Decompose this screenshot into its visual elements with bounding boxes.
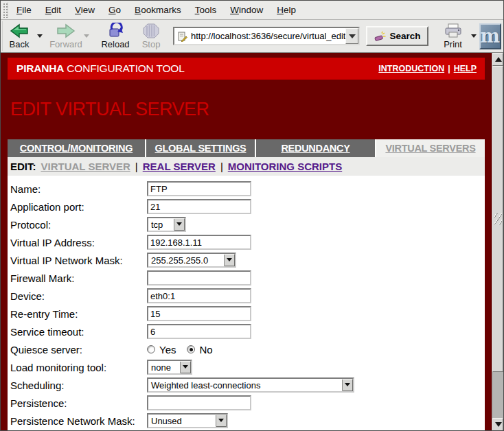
field-label: Virtual IP Address: [10,237,147,248]
form-row: Name: [10,180,485,198]
radio-label: No [199,344,212,356]
toolbar-grippy[interactable] [2,2,8,18]
stop-button[interactable]: Stop [136,22,166,51]
print-button[interactable]: Print [438,22,468,51]
back-label: Back [10,39,30,49]
persistence-netmask-select[interactable]: Unused [147,413,228,428]
scroll-up-button[interactable] [492,53,503,66]
dropdown-arrow-icon [216,415,227,427]
toolbar-grippy[interactable] [2,21,3,51]
field-label: Persistence: [10,397,147,409]
radio-label: Yes [159,344,176,356]
virtual-server-form: Name: Application port: Protocol: tcp Vi… [8,176,485,431]
menu-bar: File Edit View Go Bookmarks Tools Window… [1,1,503,20]
load-monitoring-tool-select[interactable]: none [147,360,192,375]
menu-file[interactable]: File [10,2,38,18]
print-icon [444,23,463,39]
quiesce-no-radio[interactable] [187,345,195,353]
field-label: Protocol: [10,219,147,231]
forward-icon [56,23,76,39]
edit-subnav: EDIT: VIRTUAL SERVER | REAL SERVER | MON… [8,157,485,176]
field-label: Virtual IP Network Mask: [10,255,147,266]
search-label: Search [389,31,420,41]
subnav-virtual-server: VIRTUAL SERVER [41,161,130,172]
tab-global-settings[interactable]: GLOBAL SETTINGS [146,139,255,157]
tab-redundancy[interactable]: REDUNDANCY [256,139,375,157]
menu-tools[interactable]: Tools [188,2,224,18]
search-button[interactable]: Search [366,26,428,46]
piranha-header-bar: PIRANHA CONFIGURATION TOOL INTRODUCTION … [8,58,485,80]
page-title: EDIT VIRTUAL SERVER [10,99,209,120]
help-link[interactable]: HELP [454,64,477,73]
dropdown-arrow-icon [224,254,235,266]
scheduling-select[interactable]: Weighted least-connections [147,377,354,393]
field-label: Device: [10,290,147,302]
form-row: Quiesce server: Yes No [10,340,485,358]
quiesce-server-radio-group: Yes No [147,344,224,356]
forward-button[interactable]: Forward [51,22,81,51]
menu-view[interactable]: View [68,2,102,18]
url-bar[interactable]: http://localhost:3636/secure/virtual_edi… [173,27,360,45]
back-dropdown-arrow[interactable] [37,34,43,38]
application-port-field[interactable] [147,199,251,214]
menu-bookmarks[interactable]: Bookmarks [128,2,188,18]
menu-help[interactable]: Help [270,2,303,18]
print-label: Print [444,39,462,49]
dropdown-arrow-icon [174,218,185,231]
form-row: Firewall Mark: [10,269,485,287]
form-row: Virtual IP Network Mask: 255.255.255.0 [10,251,485,269]
page-content: PIRANHA CONFIGURATION TOOL INTRODUCTION … [1,53,492,431]
form-row: Protocol: tcp [10,216,485,233]
introduction-link[interactable]: INTRODUCTION [378,64,444,73]
vertical-scrollbar[interactable] [492,53,503,431]
stop-label: Stop [142,39,161,49]
tab-virtual-servers[interactable]: VIRTUAL SERVERS [376,139,485,157]
form-row: Virtual IP Address: [10,233,485,251]
subnav-monitoring-scripts-link[interactable]: MONITORING SCRIPTS [228,161,342,172]
protocol-select[interactable]: tcp [147,217,186,232]
re-entry-time-field[interactable] [147,306,251,321]
mozilla-logo[interactable]: m [479,23,502,49]
field-label: Load monitoring tool: [10,362,147,373]
field-label: Scheduling: [10,380,147,391]
url-history-dropdown[interactable] [345,28,358,44]
forward-dropdown-arrow[interactable] [84,34,89,38]
page-proxy-icon [174,31,190,42]
menu-window[interactable]: Window [223,2,270,18]
tab-control-monitoring[interactable]: CONTROL/MONITORING [8,139,145,157]
name-field[interactable] [147,181,251,196]
device-field[interactable] [147,288,251,303]
service-timeout-field[interactable] [147,324,251,339]
url-text[interactable]: http://localhost:3636/secure/virtual_edi… [190,31,345,41]
field-label: Name: [10,183,147,195]
reload-button[interactable]: Reload [100,22,130,51]
menu-edit[interactable]: Edit [38,2,68,18]
field-label: Service timeout: [10,326,147,338]
scroll-down-button[interactable] [492,418,503,431]
form-row: Load monitoring tool: none [10,358,485,376]
subnav-real-server-link[interactable]: REAL SERVER [143,161,216,172]
firewall-mark-field[interactable] [147,270,251,286]
print-dropdown-arrow[interactable] [471,34,477,38]
field-label: Re-entry Time: [10,308,147,320]
form-row: Persistence Network Mask: Unused [10,412,485,430]
scrollbar-thumb[interactable] [492,66,503,372]
tab-bar: CONTROL/MONITORING GLOBAL SETTINGS REDUN… [8,139,485,157]
dropdown-arrow-icon [180,361,191,373]
stop-icon [142,23,160,39]
quiesce-yes-radio[interactable] [147,345,155,353]
header-link-separator: | [448,64,450,73]
menu-go[interactable]: Go [102,2,128,18]
reload-label: Reload [101,39,129,49]
persistence-field[interactable] [147,395,251,410]
form-row: Application port: [10,198,485,216]
scrollbar-track[interactable] [492,372,503,418]
form-row: Re-entry Time: [10,305,485,323]
field-label: Persistence Network Mask: [10,415,147,427]
virtual-ip-address-field[interactable] [147,235,251,250]
search-flashlight-icon [374,31,386,42]
back-button[interactable]: Back [4,22,34,51]
field-label: Application port: [10,201,147,213]
browser-window: File Edit View Go Bookmarks Tools Window… [0,0,504,431]
virtual-ip-netmask-select[interactable]: 255.255.255.0 [147,253,236,268]
